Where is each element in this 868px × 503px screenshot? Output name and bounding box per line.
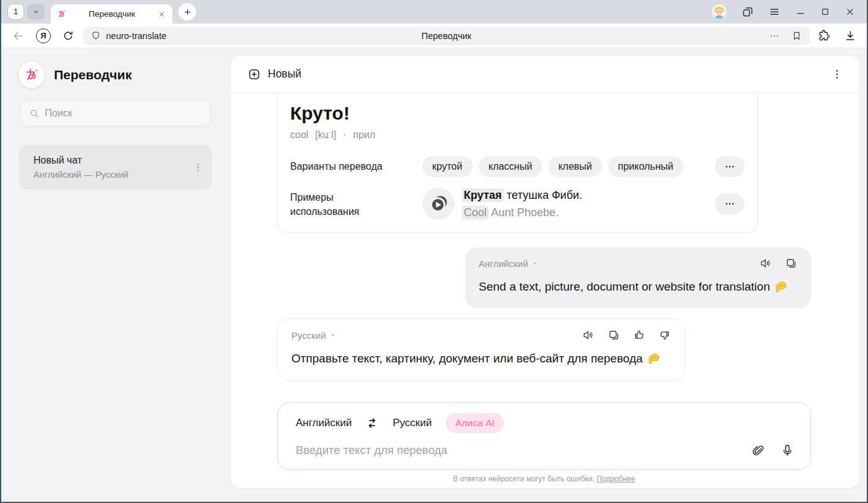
dictionary-card: Русский Круто! coo — [277, 93, 758, 233]
address-bar-page-title: Переводчик — [83, 31, 810, 41]
speaker-icon[interactable] — [660, 93, 672, 94]
kebab-menu-icon — [831, 68, 843, 81]
thumbs-up-icon[interactable] — [633, 329, 645, 341]
site-security-badge[interactable] — [91, 30, 101, 41]
copy-icon[interactable] — [608, 329, 620, 341]
pointing-down-hand-icon — [774, 281, 787, 294]
chat-panel: Новый Русский — [231, 56, 859, 488]
hamburger-menu-icon — [768, 6, 781, 18]
alice-ai-badge[interactable]: Алиса AI — [446, 413, 503, 433]
profile-avatar[interactable] — [711, 4, 727, 20]
play-example-button[interactable] — [422, 188, 454, 220]
address-bar-more-button[interactable] — [769, 30, 780, 42]
page-content: Переводчик Новый чат Английский — Русски… — [1, 48, 867, 502]
bookmark-icon[interactable] — [732, 93, 745, 94]
side-panels-button[interactable] — [742, 6, 754, 18]
pointing-down-hand-icon — [647, 352, 660, 365]
variants-label: Варианты перевода — [290, 159, 422, 173]
chat-list-item[interactable]: Новый чат Английский — Русский — [19, 145, 212, 190]
target-language-selector[interactable]: Русский — [392, 417, 432, 429]
close-window-button[interactable] — [844, 6, 856, 17]
speaker-icon[interactable] — [582, 329, 595, 341]
translator-logo-icon — [24, 68, 39, 82]
variant-chip[interactable]: прикольный — [608, 156, 683, 177]
copy-icon[interactable] — [684, 93, 696, 94]
minimize-button[interactable] — [795, 6, 806, 17]
close-tab-icon[interactable] — [157, 10, 166, 19]
user-message: Английский Send a text, picture, documen… — [465, 247, 811, 308]
new-tab-button[interactable] — [179, 3, 196, 20]
tab-list-button[interactable] — [27, 4, 45, 19]
tab-counter-button[interactable]: 1 — [7, 4, 24, 20]
chat-panel-header: Новый — [231, 56, 859, 93]
language-bar: Английский Русский Алиса AI — [296, 413, 794, 433]
ellipsis-icon — [769, 30, 780, 42]
reload-button[interactable] — [62, 30, 74, 42]
window-controls — [711, 4, 861, 20]
extensions-button[interactable] — [817, 29, 830, 42]
more-variants-button[interactable] — [715, 156, 745, 177]
chat-item-title: Новый чат — [33, 155, 193, 166]
swap-languages-button[interactable] — [366, 417, 378, 429]
yandex-home-button[interactable]: Я — [36, 28, 51, 43]
thumbs-down-icon[interactable] — [658, 329, 671, 341]
variant-chips: крутой классный клевый прикольный — [422, 156, 683, 177]
chat-search[interactable] — [20, 100, 211, 126]
address-bar[interactable]: neuro-translate Переводчик — [83, 27, 810, 45]
ellipsis-icon[interactable] — [708, 93, 720, 94]
variant-chip[interactable]: классный — [479, 156, 542, 177]
avatar-icon — [711, 4, 727, 20]
message-language-selector[interactable]: Русский — [291, 330, 337, 341]
variant-chip[interactable]: клевый — [548, 156, 601, 177]
navigation-bar: Я neuro-translate Переводчик — [1, 24, 867, 48]
copy-icon[interactable] — [785, 257, 797, 269]
reload-icon — [62, 30, 74, 42]
close-icon — [844, 6, 856, 17]
plus-square-icon — [247, 68, 261, 81]
chat-item-menu-button[interactable] — [193, 162, 203, 173]
url-text: neuro-translate — [106, 31, 167, 41]
example-sentences: Крутая тетушка Фиби. Cool Aunt Phoebe. — [462, 189, 582, 219]
maximize-button[interactable] — [820, 7, 830, 17]
translator-logo — [19, 62, 45, 88]
ellipsis-icon — [724, 198, 735, 209]
search-input[interactable] — [45, 108, 202, 119]
dictionary-card-header: Русский — [290, 93, 745, 95]
microphone-icon[interactable] — [781, 444, 794, 457]
learn-more-link[interactable]: Подробнее — [596, 475, 635, 483]
translation-input[interactable] — [296, 444, 751, 457]
browser-tab[interactable]: Переводчик — [51, 4, 172, 24]
tab-title: Переводчик — [66, 9, 157, 19]
kebab-menu-icon — [193, 162, 203, 173]
more-examples-button[interactable] — [715, 193, 745, 214]
examples-row: Примеры использования Крутая тетушка Фиб… — [290, 188, 745, 220]
user-message-text: Send a text, picture, document or websit… — [479, 280, 797, 294]
browser-menu-button[interactable] — [768, 6, 781, 18]
swap-arrows-icon — [366, 417, 378, 429]
chat-scroll-area[interactable]: Русский Круто! coo — [231, 93, 859, 488]
transcription: [kuːl] — [315, 129, 336, 141]
disclaimer: В ответах нейросети могут быть ошибки. П… — [277, 475, 811, 483]
variant-chip[interactable]: крутой — [422, 156, 472, 177]
new-chat-button[interactable]: Новый — [247, 68, 301, 81]
downloads-button[interactable] — [844, 29, 857, 42]
minimize-icon — [795, 6, 806, 17]
yandex-logo-letter: Я — [36, 28, 51, 43]
bookmark-button[interactable] — [791, 30, 802, 42]
tab-strip: 1 Переводчик — [1, 0, 867, 24]
source-language-selector[interactable]: Английский — [296, 417, 352, 429]
back-arrow-icon — [11, 29, 25, 43]
translator-logo-icon — [57, 9, 66, 19]
back-button[interactable] — [11, 29, 25, 43]
speaker-icon[interactable] — [760, 257, 772, 269]
chat-menu-button[interactable] — [831, 68, 843, 81]
plus-icon — [183, 7, 192, 17]
separator-dot: · — [343, 129, 346, 141]
word-details: cool [kuːl] · прил — [290, 129, 745, 141]
attach-file-icon[interactable] — [751, 444, 765, 457]
browser-window: 1 Переводчик Я neuro-translate Переводчи… — [0, 0, 868, 503]
app-title: Переводчик — [54, 68, 131, 82]
main-area: Новый Русский — [229, 48, 867, 502]
search-icon — [29, 108, 39, 119]
message-language-selector[interactable]: Английский — [479, 258, 539, 269]
